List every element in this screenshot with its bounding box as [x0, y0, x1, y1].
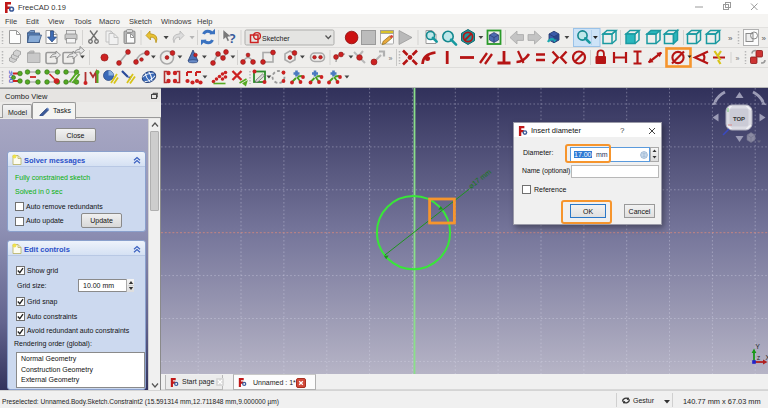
svg-text:TOP: TOP: [733, 116, 745, 122]
svg-text:Y: Y: [756, 343, 761, 350]
svg-text:Z: Z: [757, 355, 760, 361]
